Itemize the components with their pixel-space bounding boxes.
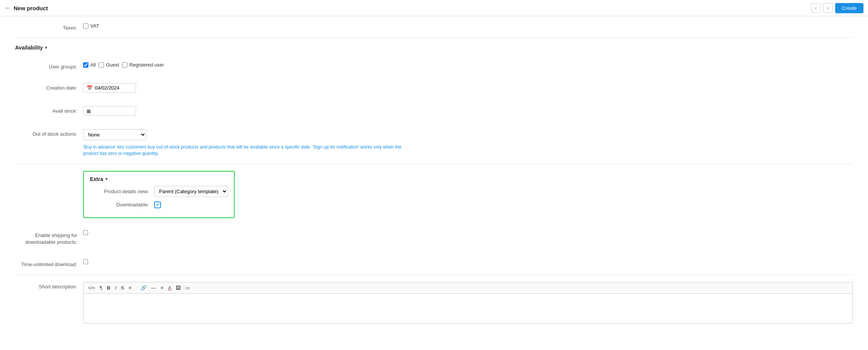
downloadable-row: Downloadable: ✓ <box>90 201 228 208</box>
out-of-stock-row: Out of stock actions: None Buy in advanc… <box>15 122 853 157</box>
italic-icon[interactable]: I <box>113 284 118 291</box>
product-details-select[interactable]: Parent (Category template) Default Custo… <box>154 186 228 197</box>
user-groups-row: User groups: All Guest Registered user <box>15 55 853 70</box>
prev-nav-button[interactable]: ‹ <box>811 3 821 13</box>
create-button[interactable]: Create <box>835 3 863 13</box>
embed-icon[interactable]: ▭ <box>184 284 191 291</box>
creation-date-field[interactable] <box>95 85 133 91</box>
top-bar: ← New product ‹ › Create <box>0 0 868 16</box>
group-all-checkbox[interactable] <box>83 62 88 68</box>
extra-layout: Extra ▾ Product details view: Parent (Ca… <box>15 171 853 225</box>
extra-section-header[interactable]: Extra ▾ <box>90 176 228 186</box>
product-details-control: Parent (Category template) Default Custo… <box>154 186 228 197</box>
group-all-label[interactable]: All <box>83 62 96 68</box>
product-details-row: Product details view: Parent (Category t… <box>90 186 228 197</box>
group-guest-label[interactable]: Guest <box>99 62 119 68</box>
creation-date-row: Creation date: 📅 <box>15 76 853 93</box>
group-guest-checkbox[interactable] <box>99 62 104 68</box>
image-icon[interactable]: 🖼 <box>174 284 182 291</box>
group-registered-text: Registered user <box>129 62 164 68</box>
extra-label: Extra <box>90 176 103 182</box>
creation-date-controls: 📅 <box>83 83 853 93</box>
calendar-small-icon: ▦ <box>87 108 91 114</box>
downloadable-checkbox[interactable]: ✓ <box>154 201 161 208</box>
paragraph-icon[interactable]: ¶ <box>98 284 104 291</box>
out-of-stock-label: Out of stock actions: <box>15 129 83 137</box>
short-description-editor: </> ¶ B I S ≡ ⁣ 🔗 — ≡ A 🖼 ▭ <box>83 282 853 324</box>
calendar-icon: 📅 <box>87 85 93 91</box>
code-icon[interactable]: </> <box>87 284 97 291</box>
extra-box: Extra ▾ Product details view: Parent (Ca… <box>83 171 235 218</box>
group-registered-label[interactable]: Registered user <box>122 62 164 68</box>
out-of-stock-info: 'Buy in advance' lets customers buy out-… <box>83 144 408 157</box>
unordered-list-icon[interactable]: ≡ <box>127 284 133 291</box>
enable-shipping-row: Enable shipping for downloadable product… <box>15 225 853 246</box>
out-of-stock-controls: None Buy in advance Sign up for notifica… <box>83 129 853 157</box>
next-nav-button[interactable]: › <box>823 3 833 13</box>
user-groups-controls: All Guest Registered user <box>83 62 853 68</box>
time-unlimited-row: Time-unlimited download: <box>15 252 853 268</box>
top-bar-right: ‹ › Create <box>811 3 863 13</box>
avail-since-label: Avail since: <box>15 106 83 114</box>
link-icon[interactable]: 🔗 <box>139 284 148 291</box>
vat-checkbox-label[interactable]: VAT <box>83 23 99 29</box>
enable-shipping-control <box>83 230 853 235</box>
bold-icon[interactable]: B <box>105 284 112 291</box>
downloadable-control: ✓ <box>154 201 161 208</box>
taxes-label: Taxes: <box>15 23 83 31</box>
font-color-icon[interactable]: A <box>167 284 173 291</box>
editor-toolbar: </> ¶ B I S ≡ ⁣ 🔗 — ≡ A 🖼 ▭ <box>83 282 853 293</box>
time-unlimited-control <box>83 259 853 264</box>
taxes-controls: VAT <box>83 23 853 29</box>
ordered-list-icon[interactable]: ⁣ <box>135 284 138 291</box>
strikethrough-icon[interactable]: S <box>119 284 126 291</box>
availability-section-header[interactable]: Availability ▾ <box>15 38 853 55</box>
back-button[interactable]: ← <box>5 5 11 11</box>
out-of-stock-select[interactable]: None Buy in advance Sign up for notifica… <box>83 129 146 140</box>
user-groups-label: User groups: <box>15 62 83 70</box>
product-details-label: Product details view: <box>90 189 154 194</box>
extra-section-wrapper: Extra ▾ Product details view: Parent (Ca… <box>15 164 853 225</box>
taxes-row: Taxes: VAT <box>15 16 853 31</box>
short-description-body[interactable] <box>83 293 853 324</box>
short-description-row: Short description: </> ¶ B I S ≡ ⁣ 🔗 — ≡… <box>15 275 853 324</box>
page-title: New product <box>14 5 48 11</box>
avail-since-controls: ▦ <box>83 106 853 116</box>
downloadable-label: Downloadable: <box>90 202 154 208</box>
availability-label: Availability <box>15 45 43 51</box>
availability-chevron-icon: ▾ <box>45 45 47 50</box>
time-unlimited-checkbox[interactable] <box>83 259 88 264</box>
avail-since-input-wrapper[interactable]: ▦ <box>83 106 136 116</box>
vat-label: VAT <box>90 23 99 29</box>
avail-since-field[interactable] <box>93 108 131 114</box>
short-description-label: Short description: <box>15 282 83 290</box>
avail-since-row: Avail since: ▦ <box>15 99 853 116</box>
creation-date-input-wrapper[interactable]: 📅 <box>83 83 136 93</box>
group-registered-checkbox[interactable] <box>122 62 127 68</box>
time-unlimited-label: Time-unlimited download: <box>15 259 83 268</box>
main-content: Taxes: VAT Availability ▾ User groups: A… <box>0 16 868 350</box>
extra-chevron-icon: ▾ <box>105 177 108 181</box>
group-all-text: All <box>90 62 96 68</box>
enable-shipping-checkbox[interactable] <box>83 230 88 235</box>
vat-checkbox[interactable] <box>83 23 88 29</box>
group-guest-text: Guest <box>106 62 119 68</box>
hr-icon[interactable]: — <box>150 284 158 291</box>
align-icon[interactable]: ≡ <box>159 284 165 291</box>
creation-date-label: Creation date: <box>15 83 83 91</box>
enable-shipping-label: Enable shipping for downloadable product… <box>15 230 83 246</box>
top-bar-left: ← New product <box>5 5 48 11</box>
